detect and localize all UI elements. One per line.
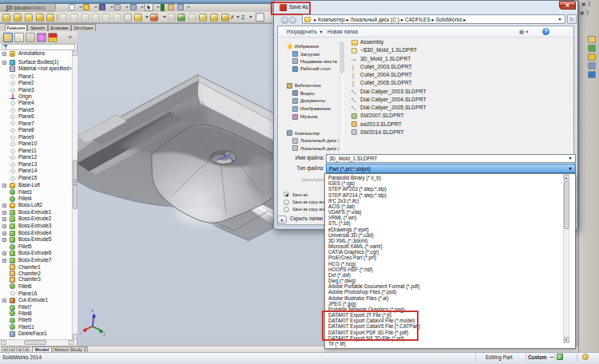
svg-text:y: y [104, 331, 106, 336]
svg-text:x: x [80, 330, 82, 335]
svg-text:z: z [92, 308, 94, 313]
